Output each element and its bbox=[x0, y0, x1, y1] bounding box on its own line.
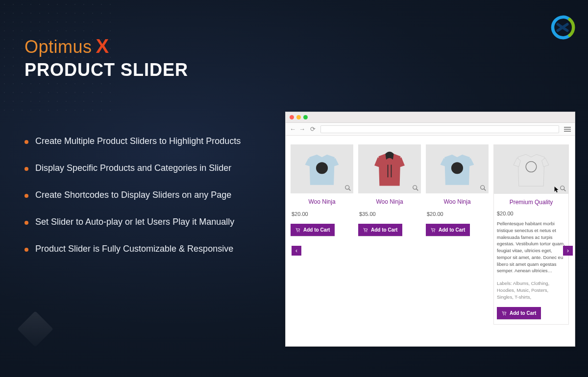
svg-point-3 bbox=[297, 231, 298, 232]
brand-wordmark: OptimusX bbox=[24, 35, 109, 57]
cart-icon bbox=[431, 228, 436, 233]
product-title[interactable]: Premium Quality bbox=[497, 199, 565, 206]
product-thumbnail[interactable] bbox=[426, 144, 489, 193]
product-card: Woo Ninja $20.00 Add to Cart bbox=[291, 144, 353, 325]
diamond-decor bbox=[17, 311, 53, 347]
svg-point-15 bbox=[434, 231, 435, 232]
svg-point-1 bbox=[345, 186, 349, 189]
svg-line-13 bbox=[484, 189, 486, 191]
svg-point-20 bbox=[505, 314, 506, 315]
svg-point-4 bbox=[299, 231, 300, 232]
product-price: $20.00 bbox=[292, 211, 353, 217]
add-to-cart-label: Add to Cart bbox=[439, 227, 465, 233]
zoom-icon[interactable] bbox=[560, 185, 566, 192]
svg-point-9 bbox=[365, 231, 366, 232]
product-card: Woo Ninja $35.00 Add to Cart bbox=[358, 144, 421, 325]
add-to-cart-button[interactable]: Add to Cart bbox=[358, 224, 402, 236]
add-to-cart-button[interactable]: Add to Cart bbox=[426, 224, 470, 236]
minimize-icon[interactable] bbox=[296, 115, 301, 119]
svg-point-11 bbox=[451, 162, 463, 174]
brand-logo-icon bbox=[550, 15, 575, 40]
product-title[interactable]: Woo Ninja bbox=[291, 198, 353, 205]
browser-window: ← → ⟳ bbox=[285, 112, 575, 347]
feature-item: Product Slider is Fully Customizable & R… bbox=[24, 244, 279, 254]
cart-icon bbox=[363, 228, 368, 233]
product-labels: Labels: Albums, Clothing, Hoodies, Music… bbox=[497, 280, 565, 300]
chevron-left-icon: ‹ bbox=[295, 247, 297, 254]
svg-point-7 bbox=[413, 186, 417, 189]
feature-list: Create Multiple Product Sliders to Highl… bbox=[24, 136, 279, 271]
product-thumbnail[interactable] bbox=[291, 144, 353, 193]
slider-prev-button[interactable]: ‹ bbox=[292, 246, 301, 256]
maximize-icon[interactable] bbox=[303, 115, 308, 119]
product-description: Pellentesque habitant morbi tristique se… bbox=[497, 220, 565, 274]
product-title[interactable]: Woo Ninja bbox=[426, 198, 489, 205]
brand-word-optimus: Optimus bbox=[24, 37, 92, 57]
window-controls bbox=[290, 115, 308, 119]
page-title: PRODUCT SLIDER bbox=[24, 60, 188, 80]
svg-line-18 bbox=[564, 189, 566, 191]
zoom-icon[interactable] bbox=[344, 185, 351, 191]
add-to-cart-button[interactable]: Add to Cart bbox=[291, 224, 335, 236]
cart-icon bbox=[295, 228, 300, 233]
browser-viewport: Woo Ninja $20.00 Add to Cart bbox=[286, 136, 575, 346]
add-to-cart-label: Add to Cart bbox=[510, 310, 536, 316]
promo-stage: OptimusX PRODUCT SLIDER Create Multiple … bbox=[0, 0, 588, 377]
product-title[interactable]: Woo Ninja bbox=[358, 198, 421, 205]
svg-point-10 bbox=[367, 231, 368, 232]
brand-word-x: X bbox=[92, 35, 109, 57]
cursor-icon bbox=[554, 186, 560, 193]
svg-line-2 bbox=[349, 189, 351, 191]
product-price: $20.00 bbox=[497, 211, 565, 216]
svg-point-17 bbox=[561, 186, 564, 190]
zoom-icon[interactable] bbox=[412, 185, 419, 191]
feature-item: Display Specific Products and Categories… bbox=[24, 163, 279, 173]
close-icon[interactable] bbox=[290, 115, 294, 119]
feature-item: Set Slider to Auto-play or let Users Pla… bbox=[24, 217, 279, 227]
product-card-premium: Premium Quality $20.00 Pellentesque habi… bbox=[493, 144, 569, 325]
svg-point-19 bbox=[503, 314, 504, 315]
product-thumbnail[interactable] bbox=[358, 144, 421, 193]
feature-item: Create Multiple Product Sliders to Highl… bbox=[24, 136, 279, 146]
svg-point-14 bbox=[432, 231, 433, 232]
feature-item: Create Shortcodes to Display Sliders on … bbox=[24, 190, 279, 200]
forward-icon[interactable]: → bbox=[299, 125, 305, 133]
cart-icon bbox=[502, 311, 507, 316]
zoom-icon[interactable] bbox=[480, 185, 487, 191]
reload-icon[interactable]: ⟳ bbox=[310, 125, 316, 133]
product-card: Woo Ninja $20.00 Add to Cart bbox=[426, 144, 489, 325]
browser-toolbar: ← → ⟳ bbox=[286, 123, 575, 136]
product-slider: Woo Ninja $20.00 Add to Cart bbox=[291, 144, 570, 325]
product-thumbnail[interactable] bbox=[494, 145, 568, 194]
chevron-right-icon: › bbox=[567, 247, 569, 254]
nav-arrows: ← → bbox=[290, 125, 305, 133]
svg-point-0 bbox=[316, 162, 328, 174]
browser-titlebar bbox=[286, 112, 575, 123]
add-to-cart-button[interactable]: Add to Cart bbox=[497, 307, 541, 319]
product-price: $35.00 bbox=[359, 211, 421, 217]
back-icon[interactable]: ← bbox=[290, 125, 296, 133]
address-bar[interactable] bbox=[320, 125, 559, 133]
menu-icon[interactable] bbox=[564, 127, 571, 132]
product-price: $20.00 bbox=[427, 211, 489, 217]
slider-next-button[interactable]: › bbox=[563, 246, 573, 256]
labels-prefix: Labels: bbox=[497, 281, 513, 286]
add-to-cart-label: Add to Cart bbox=[303, 227, 330, 233]
add-to-cart-label: Add to Cart bbox=[371, 227, 397, 233]
svg-point-12 bbox=[481, 186, 485, 189]
svg-line-8 bbox=[416, 189, 418, 191]
